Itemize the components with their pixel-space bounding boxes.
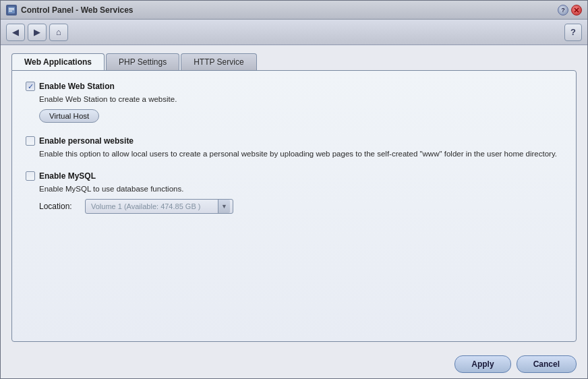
location-label: Location: xyxy=(39,202,80,211)
content-area: Web Applications PHP Settings HTTP Servi… xyxy=(1,45,587,350)
section-web-station: ✓ Enable Web Station Enable Web Station … xyxy=(26,82,562,125)
virtual-host-button[interactable]: Virtual Host xyxy=(39,109,99,123)
toolbar: ◀ ▶ ⌂ ? xyxy=(1,20,587,45)
window-icon xyxy=(6,5,17,16)
tab-bar: Web Applications PHP Settings HTTP Servi… xyxy=(11,53,577,70)
mysql-title: Enable MySQL xyxy=(39,171,96,181)
personal-website-title: Enable personal website xyxy=(39,136,134,146)
web-station-title: Enable Web Station xyxy=(39,82,115,91)
section-mysql: Enable MySQL Enable MySQL to use databas… xyxy=(26,171,562,214)
svg-rect-3 xyxy=(9,11,12,11)
title-bar: Control Panel - Web Services ? xyxy=(1,1,587,20)
forward-button[interactable]: ▶ xyxy=(28,24,47,41)
location-value: Volume 1 (Available: 474.85 GB ) xyxy=(88,202,218,210)
svg-rect-1 xyxy=(9,8,14,9)
mysql-header: Enable MySQL xyxy=(26,171,562,181)
back-button[interactable]: ◀ xyxy=(6,24,25,41)
personal-website-header: Enable personal website xyxy=(26,136,562,146)
personal-website-desc: Enable this option to allow local users … xyxy=(39,148,562,160)
tab-http-service[interactable]: HTTP Service xyxy=(181,53,256,70)
main-window: Control Panel - Web Services ? ◀ ▶ ⌂ ? W… xyxy=(0,0,588,379)
personal-website-checkbox[interactable] xyxy=(26,136,35,146)
close-button[interactable] xyxy=(571,5,582,16)
section-personal-website: Enable personal website Enable this opti… xyxy=(26,136,562,160)
location-row: Location: Volume 1 (Available: 474.85 GB… xyxy=(39,199,562,214)
web-station-desc: Enable Web Station to create a website. xyxy=(39,94,562,105)
title-bar-buttons: ? xyxy=(558,5,582,16)
web-station-checkbox[interactable]: ✓ xyxy=(26,82,35,91)
tab-web-applications[interactable]: Web Applications xyxy=(11,53,105,70)
mysql-checkbox[interactable] xyxy=(26,171,35,181)
help-button[interactable]: ? xyxy=(558,5,568,16)
svg-rect-2 xyxy=(9,9,14,10)
window-title: Control Panel - Web Services xyxy=(21,5,558,15)
apply-button[interactable]: Apply xyxy=(454,355,510,373)
mysql-desc: Enable MySQL to use database functions. xyxy=(39,183,562,195)
cancel-button[interactable]: Cancel xyxy=(517,355,577,373)
tab-panel-web-applications: ✓ Enable Web Station Enable Web Station … xyxy=(11,70,577,342)
tab-php-settings[interactable]: PHP Settings xyxy=(106,53,179,70)
select-arrow-icon: ▼ xyxy=(218,200,230,213)
location-select[interactable]: Volume 1 (Available: 474.85 GB ) ▼ xyxy=(85,199,233,214)
web-station-header: ✓ Enable Web Station xyxy=(26,82,562,91)
toolbar-help-button[interactable]: ? xyxy=(564,24,582,41)
bottom-bar: Apply Cancel xyxy=(1,350,587,378)
home-button[interactable]: ⌂ xyxy=(49,24,68,41)
